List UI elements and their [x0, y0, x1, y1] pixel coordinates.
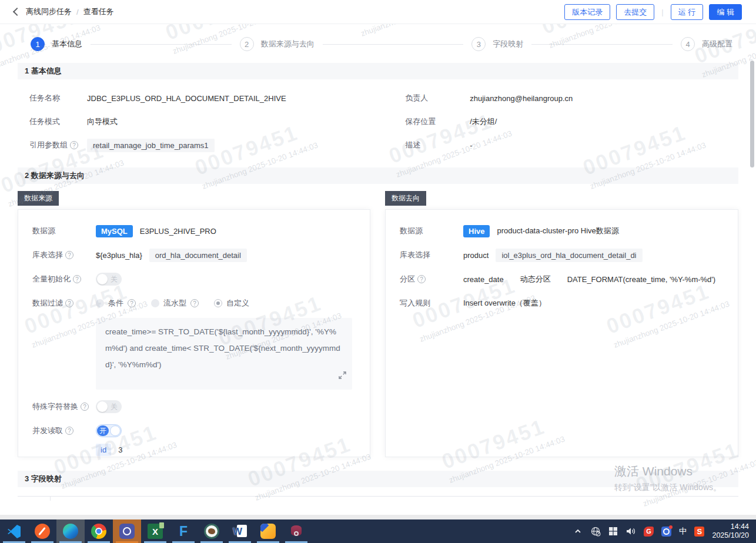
- field-label: 数据源: [32, 226, 96, 236]
- step-connector: [531, 44, 673, 45]
- ime-language-indicator[interactable]: 中: [679, 526, 687, 537]
- breadcrumb-current: 查看任务: [83, 6, 114, 17]
- field-label-text: 全量初始化: [32, 274, 71, 284]
- system-tray: G 中 S 14:44 2025/10/20: [573, 519, 756, 543]
- taskbar-icon-database-tool[interactable]: [282, 519, 310, 543]
- step-basic-info[interactable]: 1 基本信息: [31, 37, 82, 51]
- tray-expand-chevron-icon[interactable]: [573, 527, 583, 536]
- field-label: 数据过滤 ?: [32, 298, 96, 309]
- filter-option-incremental[interactable]: 流水型 ?: [151, 298, 199, 309]
- filter-sql-editor[interactable]: create_time>= STR_TO_DATE('${last_month_…: [96, 318, 352, 390]
- volume-icon[interactable]: [625, 527, 636, 536]
- write-rule-row: 写入规则 Insert overwrite（覆盖）: [400, 296, 724, 310]
- split-key-row: id 3: [32, 443, 356, 457]
- taskbar-icon-files-app[interactable]: F: [169, 519, 198, 543]
- help-icon[interactable]: ?: [81, 403, 89, 411]
- tray-sogou-icon[interactable]: S: [694, 527, 704, 537]
- hive-badge: Hive: [463, 225, 490, 237]
- help-icon[interactable]: ?: [65, 427, 73, 435]
- filter-option-condition[interactable]: 条件 ?: [96, 298, 136, 309]
- taskbar-icon-chat-app[interactable]: [113, 519, 141, 543]
- toggle-state-label: 关: [111, 402, 118, 412]
- chrome-icon: [91, 524, 106, 539]
- windows-panes-icon[interactable]: [608, 527, 618, 536]
- field-label: 数据源: [400, 226, 463, 236]
- dest-datasource-name: product-data-cluster-pro Hive数据源: [497, 226, 618, 236]
- field-label-text: 引用参数组: [29, 140, 68, 150]
- files-app-icon: F: [179, 524, 188, 539]
- full-init-row: 全量初始化 ? 关: [32, 272, 356, 286]
- taskbar-icon-vscode[interactable]: [0, 519, 28, 543]
- toggle-knob: [97, 274, 108, 284]
- concurrent-read-toggle[interactable]: 开: [96, 424, 122, 437]
- radio-label: 自定义: [226, 298, 249, 309]
- field-label: 引用参数组 ?: [29, 140, 87, 150]
- version-history-button[interactable]: 版本记录: [564, 4, 610, 20]
- save-location-value: /未分组/: [470, 116, 497, 127]
- dest-table-tag[interactable]: iol_e3plus_ord_hla_document_detail_di: [496, 249, 642, 262]
- database-tool-icon: [291, 525, 302, 538]
- source-datasource-name: E3PLUS_2HIVE_PRO: [140, 227, 216, 236]
- task-mode-row: 任务模式 向导模式: [29, 110, 405, 133]
- taskbar-icon-edge[interactable]: [56, 519, 85, 543]
- full-init-toggle[interactable]: 关: [96, 273, 122, 286]
- filter-option-custom[interactable]: 自定义: [214, 298, 249, 309]
- submit-button[interactable]: 去提交: [616, 4, 654, 20]
- section-source-dest-header: 2 数据来源与去向: [18, 167, 738, 184]
- toggle-state-label: 关: [111, 274, 118, 284]
- help-icon[interactable]: ?: [65, 251, 73, 259]
- network-offline-icon[interactable]: [590, 526, 601, 537]
- description-row: 描述 -: [405, 133, 738, 157]
- expand-icon[interactable]: [339, 368, 346, 385]
- field-label: 任务名称: [29, 93, 87, 103]
- param-group-tag[interactable]: retail_manage_job_time_params1: [87, 139, 215, 152]
- step-label: 基本信息: [52, 39, 82, 49]
- taskbar-icon-dbeaver[interactable]: [198, 519, 226, 543]
- description-value: -: [470, 141, 472, 150]
- breadcrumb-separator: /: [76, 8, 79, 16]
- field-label: 库表选择: [400, 250, 463, 260]
- edit-button[interactable]: 编 辑: [709, 4, 742, 20]
- partition-row: 分区 ? create_date 动态分区 DATE_FORMAT(create…: [400, 272, 724, 286]
- help-icon[interactable]: ?: [190, 299, 199, 307]
- field-label: 任务模式: [29, 116, 87, 127]
- actions-divider: |: [661, 8, 663, 16]
- task-name-value: JDBC_E3PLUS_ORD_HLA_DOCUMENT_DETAIL_2HIV…: [87, 94, 286, 103]
- taskbar-icon-chrome[interactable]: [85, 519, 113, 543]
- toggle-knob: [110, 425, 121, 436]
- field-label: 写入规则: [400, 298, 463, 309]
- help-icon[interactable]: ?: [128, 299, 136, 307]
- field-label-text: 特殊字符替换: [32, 401, 78, 412]
- task-name-row: 任务名称 JDBC_E3PLUS_ORD_HLA_DOCUMENT_DETAIL…: [29, 86, 405, 110]
- mapping-table-edge: [18, 496, 738, 497]
- run-button[interactable]: 运 行: [671, 4, 704, 20]
- taskbar-clock[interactable]: 14:44 2025/10/20: [712, 522, 749, 540]
- field-label: 全量初始化 ?: [32, 274, 96, 284]
- owner-value: zhujianzhong@heilangroup.cn: [470, 94, 573, 103]
- source-table-tag[interactable]: ord_hla_document_detail: [149, 249, 247, 262]
- help-icon[interactable]: ?: [70, 141, 78, 149]
- special-char-toggle[interactable]: 关: [96, 400, 122, 413]
- breadcrumb-parent[interactable]: 离线同步任务: [26, 6, 72, 17]
- step-field-mapping[interactable]: 3 字段映射: [471, 37, 523, 51]
- tray-notification-app-icon[interactable]: [661, 527, 671, 537]
- vscode-icon: [6, 524, 22, 539]
- basic-info-form: 任务名称 JDBC_E3PLUS_ORD_HLA_DOCUMENT_DETAIL…: [18, 79, 738, 160]
- help-icon[interactable]: ?: [73, 275, 81, 283]
- taskbar-icon-pen-editor[interactable]: [28, 519, 56, 543]
- player-app-icon: [260, 524, 276, 539]
- vertical-scrollbar[interactable]: [750, 61, 754, 167]
- back-icon[interactable]: [13, 8, 21, 16]
- split-key-tag[interactable]: id: [96, 444, 111, 456]
- taskbar-icon-excel[interactable]: X: [141, 519, 169, 543]
- help-icon[interactable]: ?: [417, 275, 426, 283]
- step-source-dest[interactable]: 2 数据来源与去向: [240, 37, 315, 51]
- taskbar-icon-word[interactable]: W: [226, 519, 254, 543]
- tray-g-app-icon[interactable]: G: [644, 527, 654, 537]
- help-icon[interactable]: ?: [65, 299, 73, 307]
- excel-icon: X: [148, 524, 163, 539]
- taskbar-icon-player-app[interactable]: [254, 519, 282, 543]
- step-advanced-config[interactable]: 4 高级配置: [681, 37, 732, 51]
- field-label: 特殊字符替换 ?: [32, 401, 96, 412]
- step-connector: [323, 44, 464, 45]
